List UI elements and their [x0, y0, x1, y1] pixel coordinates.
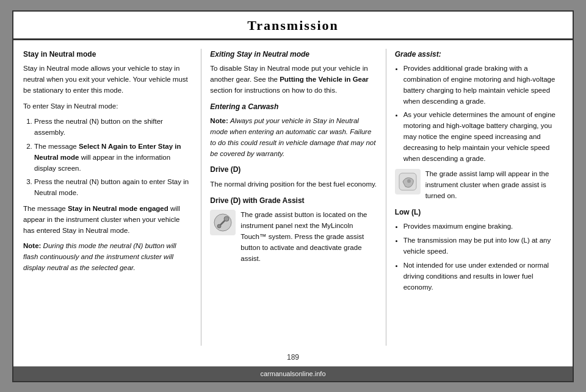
- key-icon: [398, 172, 418, 191]
- col3-grade-lamp-text: The grade assist lamp will appear in the…: [425, 169, 563, 201]
- list-item: Provides maximum engine braking.: [403, 221, 563, 232]
- list-item: The transmission may be put into low (L)…: [403, 235, 563, 257]
- list-item: Provides additional grade braking with a…: [403, 63, 563, 107]
- col1-p2: To enter Stay in Neutral mode:: [23, 101, 191, 112]
- column-3: Grade assist: Provides additional grade …: [386, 49, 563, 346]
- col2-note: Note: Always put your vehicle in Stay in…: [210, 116, 378, 159]
- grade-lamp-description: The grade assist lamp will appear in the…: [425, 170, 549, 199]
- col1-p3-pre: The message: [23, 205, 68, 212]
- page-header: Transmission: [13, 12, 573, 40]
- col1-p3-bold: Stay in Neutral mode engaged: [68, 205, 168, 212]
- list-item: Press the neutral (N) button again to en…: [34, 177, 191, 199]
- grade-lamp-icon: [395, 169, 421, 194]
- col1-note: Note: During this mode the neutral (N) b…: [23, 241, 191, 273]
- page-title: Transmission: [13, 18, 573, 34]
- col2-section2-title: Exiting Stay in Neutral mode: [210, 49, 378, 60]
- list-item-text: Provides additional grade braking with a…: [403, 65, 555, 104]
- col2-section5-title: Drive (D) with Grade Assist: [210, 195, 378, 207]
- bottom-bar: carmanualsonline.info: [13, 366, 573, 381]
- svg-point-1: [224, 216, 229, 221]
- list-item-text: The transmission may be put into low (L)…: [403, 237, 551, 255]
- list-item-text: Not intended for use under extended or n…: [403, 262, 549, 291]
- note-label: Note:: [23, 242, 41, 249]
- col3-section6-title: Grade assist:: [395, 49, 563, 60]
- col1-section1-title: Stay in Neutral mode: [23, 49, 191, 60]
- col2-section3-title: Entering a Carwash: [210, 101, 378, 113]
- col3-grade-assist-list: Provides additional grade braking with a…: [395, 63, 563, 164]
- watermark: carmanualsonline.info: [260, 370, 325, 377]
- list-item: As your vehicle determines the amount of…: [403, 110, 563, 164]
- list-item: Not intended for use under extended or n…: [403, 260, 563, 293]
- list-item: The message Select N Again to Enter Stay…: [34, 141, 191, 174]
- wrench-icon: [213, 213, 233, 232]
- col1-list: Press the neutral (N) button on the shif…: [23, 116, 191, 199]
- svg-point-2: [217, 224, 221, 228]
- svg-point-4: [407, 179, 411, 183]
- column-1: Stay in Neutral mode Stay in Neutral mod…: [23, 49, 194, 346]
- list-item-text: The message Select N Again to Enter Stay…: [34, 143, 181, 172]
- col3-section7-title: Low (L): [395, 207, 563, 218]
- col2-p1-bold: Putting the Vehicle in Gear: [280, 76, 369, 83]
- col2-p1-post: section for instructions on how to do th…: [210, 87, 337, 94]
- col2-section4-p1: The normal driving position for the best…: [210, 179, 378, 190]
- col2-grade-assist-text: The grade assist button is located on th…: [241, 210, 378, 264]
- col3-grade-lamp-icon-box: The grade assist lamp will appear in the…: [395, 169, 563, 201]
- list-item-text: As your vehicle determines the amount of…: [403, 111, 555, 162]
- col1-p1: Stay in Neutral mode allows your vehicle…: [23, 63, 191, 96]
- list-item-text: Press the neutral (N) button on the shif…: [34, 118, 163, 136]
- note-text: During this mode the neutral (N) button …: [23, 242, 176, 271]
- column-2: Exiting Stay in Neutral mode To disable …: [201, 49, 378, 346]
- grade-assist-icon: [210, 210, 236, 235]
- grade-assist-description: The grade assist button is located on th…: [241, 211, 367, 262]
- page-number: 189: [287, 353, 299, 362]
- list-bold1: Select N Again to Enter Stay in Neutral …: [34, 143, 181, 161]
- col2-p1: To disable Stay in Neutral mode put your…: [210, 63, 378, 96]
- page-footer: 189: [13, 351, 573, 366]
- col2-grade-assist-icon-box: The grade assist button is located on th…: [210, 210, 378, 264]
- col3-low-list: Provides maximum engine braking. The tra…: [395, 221, 563, 293]
- page-container: Transmission Stay in Neutral mode Stay i…: [12, 10, 574, 382]
- col2-section4-title: Drive (D): [210, 164, 378, 176]
- list-item: Press the neutral (N) button on the shif…: [34, 116, 191, 138]
- col1-p3: The message Stay in Neutral mode engaged…: [23, 204, 191, 236]
- col2-note-label: Note:: [210, 117, 228, 124]
- page-content: Stay in Neutral mode Stay in Neutral mod…: [13, 40, 573, 351]
- list-item-text: Provides maximum engine braking.: [403, 223, 513, 230]
- col2-note-text: Always put your vehicle in Stay in Neutr…: [210, 117, 375, 157]
- list-item-text: Press the neutral (N) button again to en…: [34, 178, 189, 196]
